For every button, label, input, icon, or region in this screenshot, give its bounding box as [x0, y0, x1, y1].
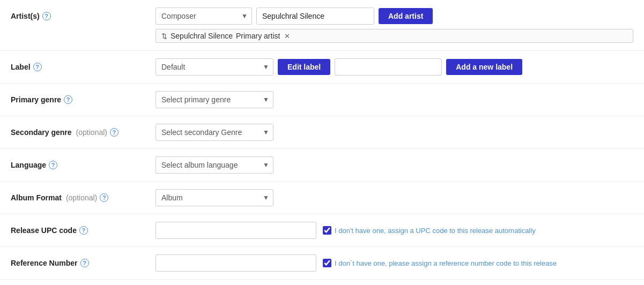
add-artist-button[interactable]: Add artist [379, 8, 433, 24]
reference-help-icon[interactable]: ? [80, 259, 89, 267]
edit-label-button[interactable]: Edit label [278, 59, 330, 75]
upc-checkbox-label: I don't have one, assign a UPC code to t… [335, 227, 536, 235]
language-select-wrapper: Select album language ▼ [156, 156, 273, 174]
artist-tag-name: Sepulchral Silence [171, 32, 233, 40]
upc-code-row: Release UPC code ? I don't have one, ass… [0, 214, 644, 247]
reference-checkbox[interactable] [323, 259, 331, 267]
artist-help-icon[interactable]: ? [42, 12, 51, 20]
add-label-button[interactable]: Add a new label [446, 59, 522, 75]
reference-number-input[interactable] [156, 254, 316, 272]
upc-code-label: Release UPC code ? [11, 222, 156, 235]
artist-tag-close-icon[interactable]: ✕ [284, 32, 290, 40]
secondary-genre-select-wrapper: Select secondary Genre ▼ [156, 124, 273, 141]
language-content: Select album language ▼ [156, 156, 633, 174]
secondary-genre-row: Secondary genre (optional) ? Select seco… [0, 116, 644, 149]
secondary-genre-label: Secondary genre (optional) ? [11, 124, 156, 137]
primary-genre-select[interactable]: Select primary genre [156, 91, 273, 108]
reference-content: I don´t have one, please assign a refere… [156, 254, 633, 272]
album-format-help-icon[interactable]: ? [100, 193, 108, 202]
upc-checkbox-row: I don't have one, assign a UPC code to t… [323, 226, 536, 235]
album-format-select-wrapper: AlbumSingleEP ▼ [156, 189, 273, 206]
primary-genre-content: Select primary genre ▼ [156, 91, 633, 108]
album-format-select[interactable]: AlbumSingleEP [156, 189, 273, 206]
label-row: Label ? Default ▼ Edit label Add a new l… [0, 51, 644, 84]
upc-content: I don't have one, assign a UPC code to t… [156, 222, 633, 239]
artist-tag: ⇅ Sepulchral Silence Primary artist ✕ [156, 29, 633, 43]
reference-checkbox-row: I don´t have one, please assign a refere… [323, 259, 557, 267]
language-row: Language ? Select album language ▼ [0, 149, 644, 182]
upc-code-input[interactable] [156, 222, 316, 239]
artist-name-input[interactable] [256, 8, 374, 25]
reference-checkbox-label: I don´t have one, please assign a refere… [335, 259, 557, 267]
artist-type-select-wrapper: Composer ▼ [156, 8, 252, 25]
label-text-input[interactable] [335, 58, 442, 76]
upc-checkbox[interactable] [323, 226, 331, 235]
secondary-genre-content: Select secondary Genre ▼ [156, 124, 633, 141]
artist-top: Composer ▼ Add artist [156, 8, 633, 25]
album-format-label: Album Format (optional) ? [11, 189, 156, 202]
primary-genre-select-wrapper: Select primary genre ▼ [156, 91, 273, 108]
upc-help-icon[interactable]: ? [79, 226, 88, 235]
label-content: Default ▼ Edit label Add a new label [156, 58, 633, 76]
sort-icon: ⇅ [161, 32, 167, 40]
artist-type-select[interactable]: Composer [156, 8, 252, 25]
reference-number-row: Reference Number ? I don´t have one, ple… [0, 247, 644, 280]
label-help-icon[interactable]: ? [33, 63, 42, 71]
language-label: Language ? [11, 156, 156, 169]
artist-label: Artist(s) ? [11, 8, 156, 20]
artist-content: Composer ▼ Add artist ⇅ Sepulchral Silen… [156, 8, 633, 43]
language-select[interactable]: Select album language [156, 156, 273, 174]
secondary-genre-select[interactable]: Select secondary Genre [156, 124, 273, 141]
label-label: Label ? [11, 58, 156, 71]
form-container: Artist(s) ? Composer ▼ Add artist ⇅ Sepu… [0, 0, 644, 285]
language-help-icon[interactable]: ? [49, 161, 57, 169]
primary-genre-label: Primary genre ? [11, 91, 156, 104]
artist-tag-type: Primary artist [236, 32, 280, 40]
secondary-genre-help-icon[interactable]: ? [110, 128, 119, 137]
label-select[interactable]: Default [156, 58, 273, 76]
primary-genre-help-icon[interactable]: ? [64, 95, 72, 104]
primary-genre-row: Primary genre ? Select primary genre ▼ [0, 84, 644, 116]
artist-row: Artist(s) ? Composer ▼ Add artist ⇅ Sepu… [0, 0, 644, 51]
reference-number-label: Reference Number ? [11, 254, 156, 267]
album-format-content: AlbumSingleEP ▼ [156, 189, 633, 206]
album-format-row: Album Format (optional) ? AlbumSingleEP … [0, 182, 644, 214]
label-select-wrapper: Default ▼ [156, 58, 273, 76]
